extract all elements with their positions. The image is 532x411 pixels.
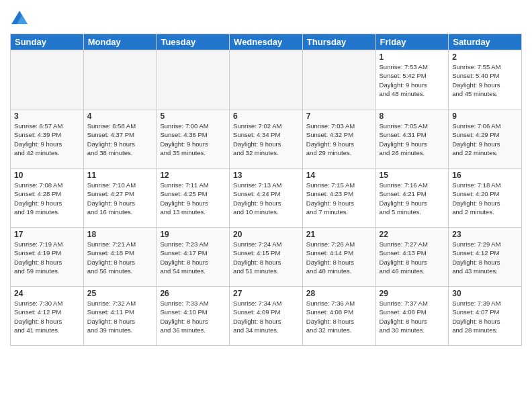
day-info: Sunrise: 7:15 AM Sunset: 4:23 PM Dayligh… bbox=[306, 181, 372, 216]
day-number: 23 bbox=[452, 230, 518, 239]
day-info: Sunrise: 7:27 AM Sunset: 4:13 PM Dayligh… bbox=[380, 240, 445, 275]
calendar-week-1: 1Sunrise: 7:53 AM Sunset: 5:42 PM Daylig… bbox=[11, 50, 522, 109]
day-info: Sunrise: 7:03 AM Sunset: 4:32 PM Dayligh… bbox=[306, 122, 372, 157]
day-info: Sunrise: 7:06 AM Sunset: 4:29 PM Dayligh… bbox=[452, 122, 518, 157]
calendar-cell bbox=[83, 50, 157, 109]
day-header-monday: Monday bbox=[83, 34, 157, 50]
day-number: 27 bbox=[233, 289, 299, 298]
calendar-cell: 24Sunrise: 7:30 AM Sunset: 4:12 PM Dayli… bbox=[11, 287, 84, 346]
day-number: 20 bbox=[233, 230, 299, 239]
day-info: Sunrise: 7:24 AM Sunset: 4:15 PM Dayligh… bbox=[233, 240, 299, 275]
calendar-cell: 17Sunrise: 7:19 AM Sunset: 4:19 PM Dayli… bbox=[11, 228, 84, 287]
calendar-cell bbox=[11, 50, 84, 109]
calendar-cell: 9Sunrise: 7:06 AM Sunset: 4:29 PM Daylig… bbox=[449, 109, 522, 169]
calendar-week-4: 17Sunrise: 7:19 AM Sunset: 4:19 PM Dayli… bbox=[11, 228, 522, 287]
calendar-header-row: SundayMondayTuesdayWednesdayThursdayFrid… bbox=[11, 34, 522, 50]
calendar-cell: 21Sunrise: 7:26 AM Sunset: 4:14 PM Dayli… bbox=[302, 228, 375, 287]
calendar-cell: 16Sunrise: 7:18 AM Sunset: 4:20 PM Dayli… bbox=[449, 169, 522, 228]
calendar-cell: 8Sunrise: 7:05 AM Sunset: 4:31 PM Daylig… bbox=[375, 109, 449, 169]
day-info: Sunrise: 7:34 AM Sunset: 4:09 PM Dayligh… bbox=[233, 299, 299, 334]
calendar-cell bbox=[302, 50, 375, 109]
calendar-cell: 18Sunrise: 7:21 AM Sunset: 4:18 PM Dayli… bbox=[83, 228, 157, 287]
calendar-cell: 3Sunrise: 6:57 AM Sunset: 4:39 PM Daylig… bbox=[11, 109, 84, 169]
day-info: Sunrise: 7:36 AM Sunset: 4:08 PM Dayligh… bbox=[306, 299, 372, 334]
day-header-wednesday: Wednesday bbox=[230, 34, 303, 50]
day-header-friday: Friday bbox=[375, 34, 449, 50]
day-info: Sunrise: 7:18 AM Sunset: 4:20 PM Dayligh… bbox=[452, 181, 518, 216]
day-number: 4 bbox=[87, 111, 153, 121]
day-number: 8 bbox=[380, 111, 445, 121]
calendar-cell: 2Sunrise: 7:55 AM Sunset: 5:40 PM Daylig… bbox=[449, 50, 522, 109]
day-number: 24 bbox=[14, 289, 80, 298]
day-number: 3 bbox=[14, 111, 80, 121]
day-number: 5 bbox=[160, 111, 226, 121]
calendar-cell: 28Sunrise: 7:36 AM Sunset: 4:08 PM Dayli… bbox=[302, 287, 375, 346]
calendar-cell: 27Sunrise: 7:34 AM Sunset: 4:09 PM Dayli… bbox=[230, 287, 303, 346]
day-info: Sunrise: 7:30 AM Sunset: 4:12 PM Dayligh… bbox=[14, 299, 80, 334]
calendar-week-2: 3Sunrise: 6:57 AM Sunset: 4:39 PM Daylig… bbox=[11, 109, 522, 169]
calendar-cell: 22Sunrise: 7:27 AM Sunset: 4:13 PM Dayli… bbox=[375, 228, 449, 287]
day-number: 28 bbox=[306, 289, 372, 298]
day-number: 7 bbox=[306, 111, 372, 121]
day-number: 26 bbox=[160, 289, 226, 298]
day-info: Sunrise: 7:33 AM Sunset: 4:10 PM Dayligh… bbox=[160, 299, 226, 334]
day-info: Sunrise: 7:26 AM Sunset: 4:14 PM Dayligh… bbox=[306, 240, 372, 275]
calendar-cell: 29Sunrise: 7:37 AM Sunset: 4:08 PM Dayli… bbox=[375, 287, 449, 346]
calendar-week-3: 10Sunrise: 7:08 AM Sunset: 4:28 PM Dayli… bbox=[11, 169, 522, 228]
logo-icon bbox=[10, 9, 29, 28]
day-number: 13 bbox=[233, 171, 299, 180]
day-number: 29 bbox=[380, 289, 445, 298]
calendar-cell: 12Sunrise: 7:11 AM Sunset: 4:25 PM Dayli… bbox=[157, 169, 230, 228]
day-number: 18 bbox=[87, 230, 153, 239]
day-info: Sunrise: 6:58 AM Sunset: 4:37 PM Dayligh… bbox=[87, 122, 153, 157]
calendar-cell: 30Sunrise: 7:39 AM Sunset: 4:07 PM Dayli… bbox=[449, 287, 522, 346]
day-info: Sunrise: 7:10 AM Sunset: 4:27 PM Dayligh… bbox=[87, 181, 153, 216]
day-number: 17 bbox=[14, 230, 80, 239]
day-number: 12 bbox=[160, 171, 226, 180]
day-number: 15 bbox=[380, 171, 445, 180]
day-info: Sunrise: 7:16 AM Sunset: 4:21 PM Dayligh… bbox=[380, 181, 445, 216]
calendar-cell: 20Sunrise: 7:24 AM Sunset: 4:15 PM Dayli… bbox=[230, 228, 303, 287]
day-info: Sunrise: 7:32 AM Sunset: 4:11 PM Dayligh… bbox=[87, 299, 153, 334]
calendar-cell: 14Sunrise: 7:15 AM Sunset: 4:23 PM Dayli… bbox=[302, 169, 375, 228]
day-info: Sunrise: 7:23 AM Sunset: 4:17 PM Dayligh… bbox=[160, 240, 226, 275]
day-info: Sunrise: 7:19 AM Sunset: 4:19 PM Dayligh… bbox=[14, 240, 80, 275]
day-number: 21 bbox=[306, 230, 372, 239]
calendar-cell: 15Sunrise: 7:16 AM Sunset: 4:21 PM Dayli… bbox=[375, 169, 449, 228]
calendar-cell: 5Sunrise: 7:00 AM Sunset: 4:36 PM Daylig… bbox=[157, 109, 230, 169]
calendar: SundayMondayTuesdayWednesdayThursdayFrid… bbox=[10, 34, 522, 346]
calendar-cell bbox=[157, 50, 230, 109]
day-number: 19 bbox=[160, 230, 226, 239]
day-number: 22 bbox=[380, 230, 445, 239]
day-info: Sunrise: 7:11 AM Sunset: 4:25 PM Dayligh… bbox=[160, 181, 226, 216]
day-info: Sunrise: 7:21 AM Sunset: 4:18 PM Dayligh… bbox=[87, 240, 153, 275]
page: SundayMondayTuesdayWednesdayThursdayFrid… bbox=[0, 0, 532, 411]
day-info: Sunrise: 7:29 AM Sunset: 4:12 PM Dayligh… bbox=[452, 240, 518, 275]
calendar-cell: 26Sunrise: 7:33 AM Sunset: 4:10 PM Dayli… bbox=[157, 287, 230, 346]
calendar-cell bbox=[230, 50, 303, 109]
calendar-cell: 19Sunrise: 7:23 AM Sunset: 4:17 PM Dayli… bbox=[157, 228, 230, 287]
day-number: 10 bbox=[14, 171, 80, 180]
day-number: 2 bbox=[452, 52, 518, 62]
calendar-cell: 25Sunrise: 7:32 AM Sunset: 4:11 PM Dayli… bbox=[83, 287, 157, 346]
day-info: Sunrise: 6:57 AM Sunset: 4:39 PM Dayligh… bbox=[14, 122, 80, 157]
calendar-cell: 10Sunrise: 7:08 AM Sunset: 4:28 PM Dayli… bbox=[11, 169, 84, 228]
day-header-thursday: Thursday bbox=[302, 34, 375, 50]
day-info: Sunrise: 7:05 AM Sunset: 4:31 PM Dayligh… bbox=[380, 122, 445, 157]
day-info: Sunrise: 7:37 AM Sunset: 4:08 PM Dayligh… bbox=[380, 299, 445, 334]
day-info: Sunrise: 7:00 AM Sunset: 4:36 PM Dayligh… bbox=[160, 122, 226, 157]
day-number: 6 bbox=[233, 111, 299, 121]
day-header-saturday: Saturday bbox=[449, 34, 522, 50]
logo bbox=[10, 9, 31, 28]
header bbox=[10, 7, 522, 28]
calendar-cell: 13Sunrise: 7:13 AM Sunset: 4:24 PM Dayli… bbox=[230, 169, 303, 228]
day-header-tuesday: Tuesday bbox=[157, 34, 230, 50]
day-header-sunday: Sunday bbox=[11, 34, 84, 50]
calendar-cell: 11Sunrise: 7:10 AM Sunset: 4:27 PM Dayli… bbox=[83, 169, 157, 228]
day-info: Sunrise: 7:02 AM Sunset: 4:34 PM Dayligh… bbox=[233, 122, 299, 157]
day-number: 16 bbox=[452, 171, 518, 180]
calendar-cell: 6Sunrise: 7:02 AM Sunset: 4:34 PM Daylig… bbox=[230, 109, 303, 169]
day-info: Sunrise: 7:13 AM Sunset: 4:24 PM Dayligh… bbox=[233, 181, 299, 216]
day-info: Sunrise: 7:39 AM Sunset: 4:07 PM Dayligh… bbox=[452, 299, 518, 334]
calendar-cell: 7Sunrise: 7:03 AM Sunset: 4:32 PM Daylig… bbox=[302, 109, 375, 169]
